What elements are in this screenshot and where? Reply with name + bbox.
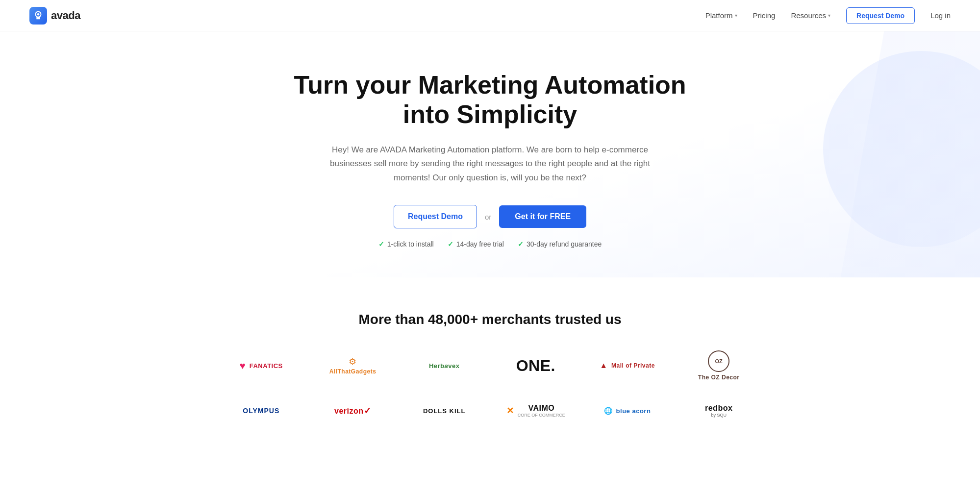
brand-fanatics: ♥ FANATICS: [221, 351, 302, 380]
logo[interactable]: avada: [29, 7, 80, 25]
oz-decor-label: The OZ Decor: [698, 374, 740, 381]
chevron-down-icon: ▾: [735, 13, 737, 18]
mall-icon: ▲: [600, 361, 607, 370]
olympus-label: OLYMPUS: [243, 407, 279, 415]
brand-dolls-kill: DOLLS KILL: [403, 396, 485, 425]
brand-all-that-gadgets: ⚙ AllThatGadgets: [312, 351, 394, 380]
globe-icon: 🌐: [604, 407, 612, 415]
brand-verizon: verizon✓: [312, 396, 394, 425]
hero-or-text: or: [485, 213, 491, 221]
logo-icon: [29, 7, 47, 25]
nav-login-link[interactable]: Log in: [930, 11, 951, 20]
check-icon-2: ✓: [448, 240, 453, 248]
brand-redbox: redbox by SQU: [678, 396, 760, 425]
logo-wordmark: avada: [51, 9, 80, 22]
fanatics-label: FANATICS: [250, 362, 283, 370]
badge-install: ✓ 1-click to install: [378, 240, 434, 248]
vaimo-subtitle: CORE OF COMMERCE: [518, 413, 565, 418]
brand-oz-decor: OZ The OZ Decor: [678, 351, 760, 380]
hero-request-demo-button[interactable]: Request Demo: [394, 205, 477, 228]
badge-refund: ✓ 30-day refund guarantee: [518, 240, 602, 248]
hero-get-free-button[interactable]: Get it for FREE: [499, 205, 586, 228]
x-icon: ✕: [506, 405, 514, 416]
check-icon-1: ✓: [378, 240, 384, 248]
vaimo-label: VAIMO: [518, 404, 565, 413]
avada-icon-svg: [33, 10, 44, 21]
brand-olympus: OLYMPUS: [221, 396, 302, 425]
nav-links: Platform ▾ Pricing Resources ▾ Request D…: [705, 7, 951, 24]
one-label: ONE.: [516, 357, 555, 375]
gadget-svg-icon: ⚙: [349, 356, 356, 367]
nav-platform[interactable]: Platform ▾: [705, 11, 737, 20]
navbar: avada Platform ▾ Pricing Resources ▾ Req…: [0, 0, 980, 31]
nav-pricing[interactable]: Pricing: [753, 11, 776, 20]
brand-vaimo: ✕ VAIMO CORE OF COMMERCE: [495, 396, 577, 425]
brand-herbavex: Herbavex: [403, 351, 485, 380]
redbox-sqli: by SQU: [705, 413, 732, 418]
brand-one: ONE.: [495, 351, 577, 380]
badge-trial: ✓ 14-day free trial: [448, 240, 504, 248]
verizon-label: verizon✓: [334, 405, 371, 416]
redbox-label: redbox: [705, 404, 732, 412]
mall-of-private-label: Mall of Private: [611, 362, 655, 369]
nav-resources[interactable]: Resources ▾: [791, 11, 830, 20]
check-icon-3: ✓: [518, 240, 524, 248]
brand-blue-acorn: 🌐 blue acorn: [586, 396, 668, 425]
hero-headline: Turn your Marketing Automation into Simp…: [270, 71, 711, 129]
dolls-kill-label: DOLLS KILL: [423, 407, 466, 415]
oz-decor-circle: OZ: [708, 350, 729, 372]
chevron-down-icon-2: ▾: [828, 13, 830, 18]
brand-mall-of-private: ▲ Mall of Private: [586, 351, 668, 380]
all-that-gadgets-label: AllThatGadgets: [329, 368, 377, 375]
merchants-logo-grid: ♥ FANATICS ⚙ AllThatGadgets Herbavex ONE…: [221, 351, 760, 425]
hero-subheadline: Hey! We are AVADA Marketing Automation p…: [324, 143, 657, 186]
svg-point-0: [37, 13, 40, 15]
hero-section: Turn your Marketing Automation into Simp…: [0, 31, 980, 277]
heart-icon: ♥: [240, 360, 246, 372]
hero-buttons: Request Demo or Get it for FREE: [10, 205, 970, 228]
nav-request-demo-button[interactable]: Request Demo: [846, 7, 915, 24]
merchants-heading: More than 48,000+ merchants trusted us: [29, 312, 951, 327]
herbavex-label: Herbavex: [429, 362, 460, 370]
blue-acorn-label: blue acorn: [616, 407, 651, 415]
merchants-section: More than 48,000+ merchants trusted us ♥…: [0, 277, 980, 455]
hero-badges: ✓ 1-click to install ✓ 14-day free trial…: [10, 240, 970, 248]
